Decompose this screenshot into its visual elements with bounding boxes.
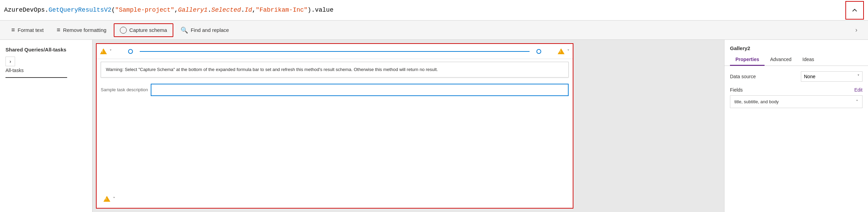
formula-dot2: . (241, 7, 245, 13)
format-text-button[interactable]: ≡ Format text (5, 23, 49, 37)
tab-properties[interactable]: Properties (730, 54, 765, 66)
warning-icon-bottom (103, 196, 110, 202)
warning-icon-top (100, 48, 107, 54)
left-panel: Shared Queries/All-tasks › All-tasks (0, 40, 92, 212)
fields-row: Fields Edit (730, 87, 863, 93)
data-source-select[interactable]: None ˅ (801, 71, 863, 82)
tab-ideas[interactable]: Ideas (797, 54, 820, 66)
find-replace-icon: 🔍 (181, 26, 188, 34)
formula-text[interactable]: AzureDevOps.GetQueryResultsV2("Sample-pr… (4, 6, 843, 14)
chevron-down-icon-3[interactable]: ˅ (113, 197, 115, 201)
capture-schema-label: Capture schema (129, 27, 167, 33)
formula-bar: AzureDevOps.GetQueryResultsV2("Sample-pr… (0, 0, 868, 21)
formula-param1: "Sample-project" (115, 7, 174, 13)
data-source-chevron-icon: ˅ (857, 74, 859, 79)
sidebar-tabs: Properties Advanced Ideas (724, 54, 868, 66)
formula-method: GetQueryResultsV2 (49, 7, 112, 13)
fields-edit-button[interactable]: Edit (854, 87, 863, 93)
gallery-footer-row: ˅ (100, 194, 119, 204)
remove-formatting-button[interactable]: ≡ Remove formatting (51, 23, 112, 37)
tab-advanced-label: Advanced (770, 57, 791, 62)
tab-ideas-label: Ideas (803, 57, 814, 62)
sidebar-content: Data source None ˅ Fields Edit title, su… (724, 66, 868, 212)
toolbar: ≡ Format text ≡ Remove formatting Captur… (0, 21, 868, 40)
toolbar-chevron-right[interactable]: › (850, 24, 863, 36)
gallery-field-box[interactable] (151, 84, 569, 96)
left-panel-item[interactable]: All-tasks (5, 66, 87, 74)
formula-prefix: AzureDevOps. (4, 7, 49, 13)
data-source-row: Data source None ˅ (730, 71, 863, 82)
capture-schema-button[interactable]: Capture schema (114, 23, 173, 37)
sidebar-title: Gallery2 (724, 40, 868, 54)
fields-layout-text: title, subtitle, and body (734, 99, 779, 104)
formula-param3: "Fabrikam-Inc" (256, 7, 308, 13)
formula-comma1: , (174, 7, 178, 13)
formula-param2c: Id (245, 7, 252, 13)
canvas-area: ˅ ˅ Warning: Select "Capture Schema" at … (92, 40, 724, 212)
chevron-down-icon-2[interactable]: ˅ (567, 49, 569, 54)
format-text-icon: ≡ (11, 26, 15, 34)
sidebar: Gallery2 Properties Advanced Ideas Data … (724, 40, 868, 212)
tab-advanced[interactable]: Advanced (765, 54, 797, 66)
formula-collapse-button[interactable] (845, 1, 864, 20)
remove-formatting-label: Remove formatting (63, 27, 107, 33)
gallery-description: Sample task description (101, 87, 148, 92)
remove-formatting-icon: ≡ (57, 26, 60, 34)
find-replace-button[interactable]: 🔍 Find and replace (175, 23, 235, 37)
main-layout: Shared Queries/All-tasks › All-tasks ˅ ˅ (0, 40, 868, 212)
chevron-down-icon-1[interactable]: ˅ (110, 49, 112, 54)
fields-chevron-icon: ˅ (856, 99, 858, 104)
formula-param2: Gallery1 (178, 7, 208, 13)
resize-handle-left[interactable] (128, 49, 133, 54)
formula-comma2: , (252, 7, 256, 13)
formula-paren-open: ( (111, 7, 115, 13)
formula-dot1: . (208, 7, 211, 13)
left-panel-expand-button[interactable]: › (5, 57, 15, 66)
data-source-label: Data source (730, 74, 756, 79)
formula-suffix: ).value (308, 7, 334, 13)
warning-message-text: Warning: Select "Capture Schema" at the … (106, 67, 438, 72)
warning-icon-mid (558, 48, 565, 54)
gallery-content-row: Sample task description (97, 80, 573, 99)
left-panel-title: Shared Queries/All-tasks (5, 47, 87, 52)
tab-properties-label: Properties (735, 57, 759, 62)
capture-schema-icon (120, 27, 127, 34)
fields-dropdown[interactable]: title, subtitle, and body ˅ (730, 95, 863, 108)
gallery-container: ˅ ˅ Warning: Select "Capture Schema" at … (96, 43, 573, 209)
gallery-header: ˅ ˅ (97, 44, 573, 59)
warning-message-box: Warning: Select "Capture Schema" at the … (101, 62, 569, 78)
find-replace-label: Find and replace (191, 27, 229, 33)
resize-handle-right[interactable] (536, 49, 541, 54)
resize-line (140, 51, 530, 52)
formula-param2b: Selected (211, 7, 241, 13)
data-source-value: None (804, 74, 815, 79)
fields-label: Fields (730, 87, 743, 93)
format-text-label: Format text (18, 27, 44, 33)
